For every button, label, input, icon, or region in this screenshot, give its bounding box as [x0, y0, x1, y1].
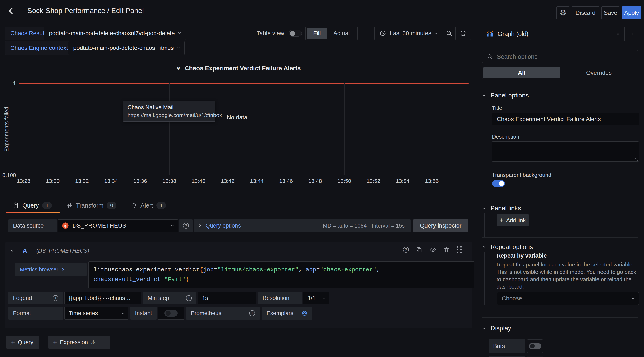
tab-query-label: Query: [22, 202, 39, 209]
tab-transform-label: Transform: [76, 202, 104, 209]
add-link-label: Add link: [506, 217, 526, 224]
resolution-select[interactable]: 1/1: [303, 292, 329, 304]
datasource-label: Data source: [8, 219, 57, 232]
variable-chaos-engine-dropdown[interactable]: podtato-main-pod-delete-chaos_litmus: [68, 41, 185, 55]
chart-gridline: [344, 83, 344, 175]
format-value: Time series: [69, 310, 98, 316]
panel-options-heading: Panel options: [490, 92, 529, 99]
x-axis-tick-label: 13:42: [221, 178, 234, 184]
x-axis-tick-label: 13:34: [104, 178, 118, 184]
save-button[interactable]: Save: [601, 6, 620, 19]
description-textarea[interactable]: [496, 144, 634, 159]
table-view-label: Table view: [256, 30, 284, 37]
tab-overrides[interactable]: Overrides: [560, 67, 638, 78]
query-row-header[interactable]: A (DS_PROMETHEUS): [11, 247, 89, 254]
tab-alert[interactable]: Alert 1: [131, 202, 166, 209]
legend-input[interactable]: {{app_label}} - {{chaos…: [64, 292, 141, 304]
tab-query[interactable]: Query 1: [12, 202, 52, 209]
refresh-button[interactable]: [455, 27, 471, 40]
variable-chaos-result-value: podtato-main-pod-delete-chaosnl7vd-pod-d…: [49, 30, 175, 37]
display-header[interactable]: Display: [483, 324, 511, 332]
add-link-button[interactable]: Add link: [496, 214, 528, 226]
repeat-options-header[interactable]: Repeat options: [483, 243, 533, 250]
eye-icon[interactable]: [430, 246, 436, 253]
panel-title-input[interactable]: [496, 116, 634, 123]
chevron-down-icon: [483, 326, 486, 329]
min-step-input[interactable]: 1s: [198, 292, 256, 304]
promql-code-editor[interactable]: litmuschaos_experiment_verdict{job="litm…: [88, 261, 474, 288]
actual-button[interactable]: Actual: [327, 28, 356, 39]
add-expression-button[interactable]: Expression: [48, 336, 110, 348]
x-axis-tick-label: 13:44: [250, 178, 264, 184]
exemplars-control[interactable]: Exemplars: [262, 307, 312, 319]
format-select[interactable]: Time series: [64, 307, 128, 319]
x-axis-tick-label: 13:46: [279, 178, 293, 184]
next-row-partial: [527, 356, 543, 357]
query-inspector-button[interactable]: Query inspector: [413, 219, 468, 232]
info-icon: i: [52, 295, 58, 301]
chart-gridline: [432, 83, 432, 175]
chart-gridline: [111, 83, 111, 175]
tab-alert-count: 1: [156, 202, 166, 209]
description-label: Description: [492, 133, 519, 140]
panel-links-header[interactable]: Panel links: [483, 205, 521, 212]
chevron-down-icon: [632, 297, 634, 299]
datasource-select[interactable]: DS_PROMETHEUS: [58, 219, 178, 232]
section-divider: [482, 317, 638, 318]
section-divider: [482, 237, 638, 238]
variable-chaos-result-dropdown[interactable]: podtato-main-pod-delete-chaosnl7vd-pod-d…: [44, 27, 186, 40]
back-button[interactable]: [7, 6, 18, 17]
add-query-label: Query: [18, 339, 34, 346]
panel-settings-button[interactable]: [556, 6, 570, 19]
collapse-icon[interactable]: [11, 249, 14, 251]
chart-gridline: [24, 83, 24, 175]
query-row-card: A (DS_PROMETHEUS) ? Metrics browser litm…: [5, 242, 472, 328]
fill-button[interactable]: Fill: [307, 28, 327, 39]
discard-button[interactable]: Discard: [572, 6, 600, 19]
instant-toggle[interactable]: [164, 310, 178, 316]
chevron-down-icon: [483, 94, 486, 96]
tab-transform[interactable]: Transform 0: [66, 202, 116, 209]
duplicate-icon[interactable]: [416, 246, 422, 253]
exemplars-target-icon: [302, 310, 308, 316]
table-view-toggle[interactable]: [289, 30, 302, 37]
zoom-out-button[interactable]: [442, 27, 456, 40]
transparent-bg-toggle[interactable]: [492, 180, 505, 187]
resize-handle[interactable]: [635, 158, 638, 161]
metrics-browser-button[interactable]: Metrics browser: [15, 263, 87, 276]
panel-options-header[interactable]: Panel options: [483, 92, 529, 99]
variable-chaos-engine-value: podtato-main-pod-delete-chaos_litmus: [73, 45, 174, 51]
description-field[interactable]: [492, 141, 639, 162]
chevron-down-icon: [617, 32, 620, 35]
query-help-icon[interactable]: ?: [403, 247, 409, 253]
trash-icon[interactable]: [443, 246, 450, 253]
metrics-browser-label: Metrics browser: [20, 266, 58, 273]
options-search-input[interactable]: [496, 53, 634, 60]
tab-transform-count: 0: [107, 202, 116, 209]
collapse-pane-button[interactable]: [625, 27, 638, 41]
chart-tooltip: Chaos Native Mail https://mail.google.co…: [123, 101, 215, 122]
no-data-label: No data: [227, 114, 247, 121]
time-range-picker[interactable]: Last 30 minutes: [374, 27, 442, 40]
repeat-variable-select[interactable]: Choose: [497, 292, 639, 305]
chart-gridline: [374, 83, 374, 175]
panel-title-field[interactable]: [492, 113, 639, 125]
resolution-label: Resolution: [258, 292, 302, 304]
bars-toggle[interactable]: [529, 343, 541, 349]
add-query-button[interactable]: Query: [6, 336, 39, 348]
x-axis-tick-label: 13:40: [192, 178, 205, 184]
apply-button[interactable]: Apply: [622, 6, 642, 19]
repeat-description: Repeat this panel for each value in the …: [496, 261, 642, 290]
drag-handle-icon[interactable]: [457, 246, 458, 247]
tab-all[interactable]: All: [483, 67, 560, 78]
page-title: Sock-Shop Performance / Edit Panel: [27, 0, 144, 21]
options-search[interactable]: [482, 50, 638, 63]
datasource-help-button[interactable]: ?: [179, 219, 193, 232]
query-options-bar[interactable]: Query options MD = auto = 1084 Interval …: [194, 219, 410, 232]
viz-picker[interactable]: Graph (old): [482, 27, 638, 41]
chart-gridline: [228, 83, 228, 175]
chart-gridline: [198, 83, 199, 175]
chevron-down-icon: [178, 31, 181, 34]
x-axis-tick-label: 13:38: [162, 178, 176, 184]
chart-plot[interactable]: 13:2813:3013:3213:3413:3613:3813:4013:42…: [18, 83, 468, 175]
